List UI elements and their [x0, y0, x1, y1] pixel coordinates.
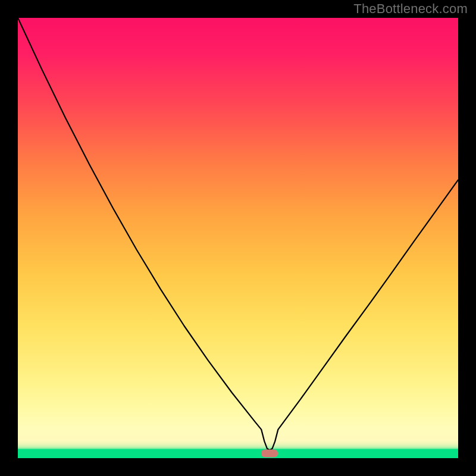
optimum-marker: [261, 449, 278, 457]
chart-frame: TheBottleneck.com: [0, 0, 476, 476]
curve-path: [18, 18, 458, 450]
watermark-text: TheBottleneck.com: [353, 1, 468, 17]
plot-area: [18, 18, 458, 458]
bottleneck-curve: [18, 18, 458, 458]
